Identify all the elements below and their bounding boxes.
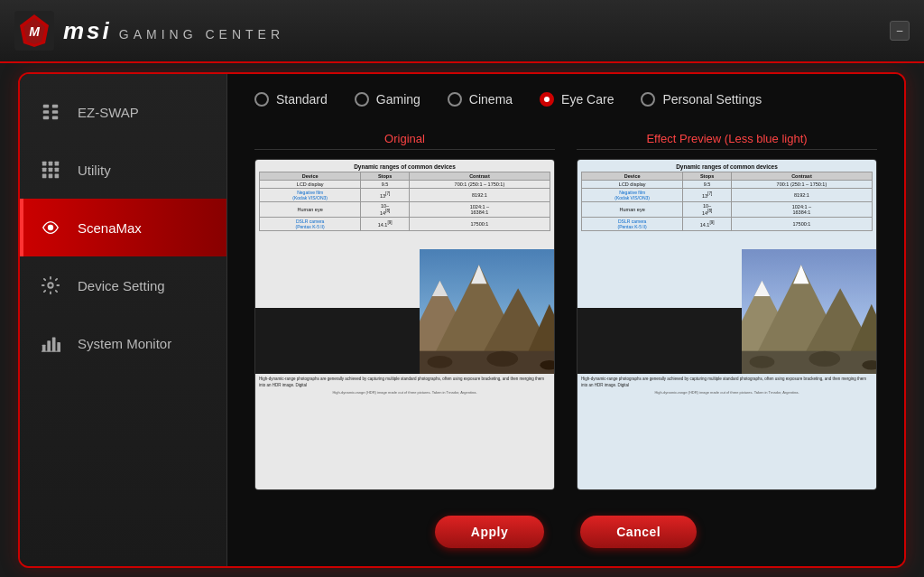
effect-photo-section — [742, 249, 876, 375]
effect-data-table: Device Stops Contrast LCD display 9.5 — [581, 172, 873, 231]
radio-circle-personal-settings — [641, 92, 655, 107]
sidebar-item-system-monitor[interactable]: System Monitor — [20, 314, 226, 372]
svg-point-45 — [750, 355, 775, 368]
eye-icon — [38, 215, 63, 240]
table-header-stops: Stops — [683, 172, 732, 181]
svg-rect-16 — [42, 174, 47, 179]
original-image-content: Dynamic ranges of common devices Device … — [255, 160, 554, 489]
table-header-contrast: Contrast — [409, 172, 550, 181]
sidebar-item-utility[interactable]: Utility — [20, 141, 226, 199]
radio-label-cinema: Cinema — [469, 92, 513, 107]
preview-panels: Original Dynamic ranges of common device… — [254, 128, 877, 490]
svg-point-46 — [809, 350, 841, 366]
radio-circle-cinema — [448, 92, 462, 107]
sidebar-item-ez-swap-label: EZ-SWAP — [78, 105, 139, 120]
logo-area: M msi GAMING CENTER — [14, 11, 284, 51]
apps-icon — [38, 157, 63, 182]
radio-personal-settings[interactable]: Personal Settings — [641, 92, 762, 107]
table-row: LCD display 9.5 700:1 (250:1 – 1750:1) — [582, 181, 873, 189]
radio-circle-eye-care — [540, 92, 554, 107]
table-row: LCD display 9.5 700:1 (250:1 – 1750:1) — [260, 181, 550, 189]
svg-rect-11 — [49, 162, 53, 166]
radio-standard[interactable]: Standard — [254, 92, 328, 107]
apply-button[interactable]: Apply — [435, 516, 544, 548]
table-row: Negative film(Kodak VIS/ON3) 13[7] 8192:… — [582, 189, 873, 202]
sidebar-item-device-setting[interactable]: Device Setting — [20, 256, 226, 314]
sidebar: EZ-SWAP Utility — [20, 74, 227, 566]
radio-circle-standard — [254, 92, 269, 107]
svg-rect-24 — [57, 342, 60, 351]
original-data-table: Device Stops Contrast LCD display 9.5 — [259, 172, 550, 231]
cancel-button[interactable]: Cancel — [580, 516, 697, 548]
effect-panel: Effect Preview (Less blue light) Dynamic… — [577, 128, 877, 490]
main-container: EZ-SWAP Utility — [18, 72, 906, 568]
content-area: Standard Gaming Cinema Eye Care Personal… — [227, 74, 904, 566]
svg-rect-15 — [55, 168, 60, 172]
original-panel: Original Dynamic ranges of common device… — [254, 128, 555, 490]
sidebar-item-ez-swap[interactable]: EZ-SWAP — [20, 83, 226, 141]
effect-text-section: High-dynamic-range photographs are gener… — [578, 374, 876, 489]
display-mode-options: Standard Gaming Cinema Eye Care Personal… — [254, 92, 877, 107]
table-row: DSLR camera(Pentax K-5 II) 14.1[9] 17500… — [260, 217, 550, 230]
radio-label-personal-settings: Personal Settings — [662, 92, 762, 107]
svg-rect-21 — [42, 345, 46, 351]
table-header-stops: Stops — [361, 172, 410, 181]
sidebar-item-device-setting-label: Device Setting — [78, 278, 165, 293]
svg-rect-7 — [52, 110, 58, 114]
svg-rect-23 — [52, 338, 56, 352]
table-header-device: Device — [582, 172, 683, 181]
table-row: Negative film(Kodak VIS/ON3) 13[7] 8192:… — [260, 189, 550, 202]
product-name: GAMING CENTER — [119, 27, 284, 42]
original-text-section: High-dynamic-range photographs are gener… — [255, 374, 554, 489]
table-header-device: Device — [260, 172, 361, 181]
original-photo-section — [420, 249, 554, 375]
radio-label-standard: Standard — [276, 92, 328, 107]
svg-rect-17 — [49, 174, 53, 179]
radio-label-eye-care: Eye Care — [561, 92, 614, 107]
original-title: Original — [254, 128, 555, 150]
svg-rect-22 — [47, 340, 51, 351]
table-row: DSLR camera(Pentax K-5 II) 14.1[9] 17500… — [582, 217, 873, 230]
svg-rect-13 — [42, 168, 47, 172]
svg-point-19 — [48, 225, 53, 230]
radio-eye-care[interactable]: Eye Care — [540, 92, 614, 107]
radio-gaming[interactable]: Gaming — [355, 92, 420, 107]
msi-dragon-logo: M — [14, 11, 54, 51]
table-row: Human eye 10–14[8] 1024:1 –16384:1 — [582, 202, 873, 218]
minimize-button[interactable]: – — [890, 21, 910, 41]
app-header: M msi GAMING CENTER – — [0, 0, 924, 63]
svg-text:M: M — [29, 24, 40, 39]
effect-table-title: Dynamic ranges of common devices — [581, 163, 873, 170]
svg-rect-10 — [42, 162, 47, 166]
table-row: Human eye 10–14[8] 1024:1 –16384:1 — [260, 202, 550, 218]
radio-cinema[interactable]: Cinema — [448, 92, 513, 107]
action-buttons: Apply Cancel — [254, 508, 877, 548]
sidebar-item-scenamax[interactable]: ScenaMax — [20, 199, 226, 256]
effect-image-content: Dynamic ranges of common devices Device … — [578, 160, 876, 489]
svg-rect-9 — [52, 116, 58, 120]
brand-name: msi — [63, 17, 112, 45]
svg-point-35 — [487, 350, 519, 366]
effect-title: Effect Preview (Less blue light) — [577, 128, 877, 150]
effect-image: Dynamic ranges of common devices Device … — [577, 159, 877, 490]
svg-rect-6 — [43, 110, 49, 114]
svg-rect-18 — [55, 174, 60, 179]
original-table-title: Dynamic ranges of common devices — [259, 163, 550, 170]
original-image: Dynamic ranges of common devices Device … — [254, 159, 555, 490]
radio-label-gaming: Gaming — [376, 92, 420, 107]
svg-point-34 — [428, 355, 453, 368]
svg-rect-5 — [52, 105, 58, 108]
svg-rect-4 — [43, 105, 49, 108]
gear-icon — [38, 273, 63, 298]
radio-circle-gaming — [355, 92, 369, 107]
sidebar-item-scenamax-label: ScenaMax — [78, 220, 142, 236]
svg-rect-14 — [49, 168, 53, 172]
sidebar-item-system-monitor-label: System Monitor — [78, 336, 171, 351]
table-header-contrast: Contrast — [731, 172, 872, 181]
svg-rect-8 — [43, 116, 49, 120]
sidebar-item-utility-label: Utility — [78, 163, 111, 178]
svg-rect-12 — [55, 162, 60, 166]
grid-icon — [38, 99, 63, 125]
svg-point-20 — [48, 283, 53, 288]
chart-icon — [38, 330, 63, 356]
